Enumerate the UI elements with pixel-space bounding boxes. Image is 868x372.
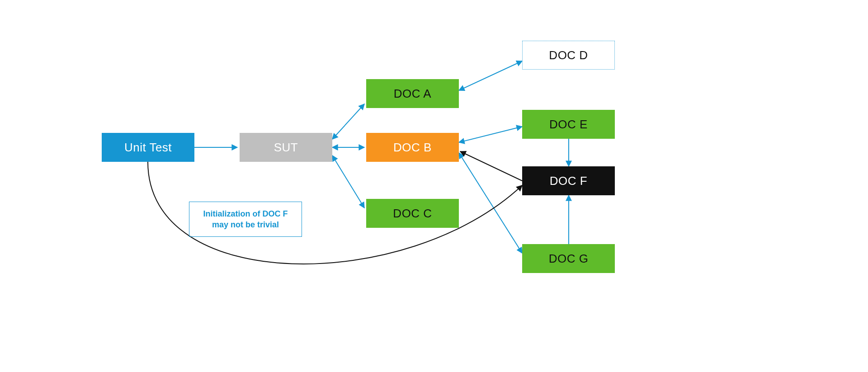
node-doc-d: DOC D (522, 41, 615, 70)
node-doc-f: DOC F (522, 166, 615, 195)
svg-line-9 (460, 151, 522, 181)
svg-line-3 (332, 155, 364, 208)
node-doc-a: DOC A (366, 79, 459, 108)
svg-line-4 (459, 61, 522, 90)
diagram-edges (0, 0, 868, 372)
node-sut: SUT (240, 133, 332, 162)
note-init-doc-f: Initialization of DOC Fmay not be trivia… (189, 202, 302, 237)
node-doc-b: DOC B (366, 133, 459, 162)
svg-line-1 (332, 104, 364, 139)
node-unit-test: Unit Test (102, 133, 194, 162)
node-doc-c: DOC C (366, 199, 459, 228)
svg-line-5 (459, 127, 522, 142)
node-doc-g: DOC G (522, 244, 615, 273)
svg-line-6 (459, 153, 522, 253)
node-doc-e: DOC E (522, 110, 615, 139)
